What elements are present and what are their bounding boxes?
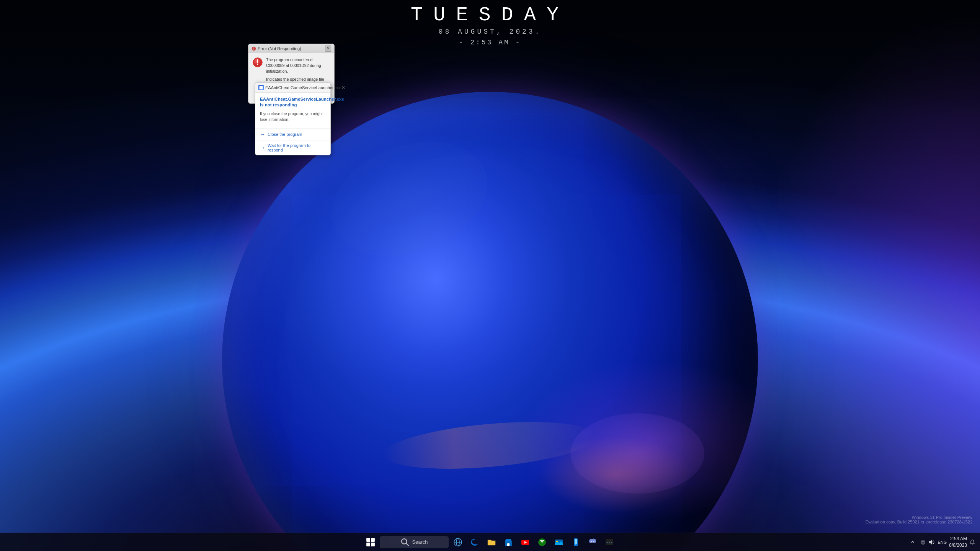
notification-icon <box>970 540 975 545</box>
taskbar-center: Search <box>363 535 617 550</box>
discord-icon <box>588 538 597 547</box>
svg-point-29 <box>575 544 576 545</box>
eval-watermark: Windows 11 Pro Insider Preview Evaluatio… <box>866 515 972 524</box>
close-program-label: Close the program <box>268 132 302 137</box>
svg-rect-9 <box>261 88 263 90</box>
error-dialog-title-left: ! Error (Not Responding) <box>252 46 301 51</box>
eval-line2: Evaluation copy. Build 25921.rs_prerelea… <box>866 520 972 524</box>
taskbar: Search <box>0 533 980 551</box>
photos-button[interactable] <box>551 535 567 550</box>
phone-icon <box>571 538 580 547</box>
svg-rect-13 <box>371 543 375 546</box>
folder-icon <box>487 538 496 547</box>
nr-close-button[interactable]: ✕ <box>341 84 345 91</box>
svg-text:!: ! <box>253 47 255 51</box>
glow-bottom <box>539 436 692 513</box>
wait-for-program-label: Wait for the program to respond <box>268 143 326 152</box>
clock-overlay: TUESDAY 08 AUGUST, 2023. - 2:53 AM - <box>0 0 980 46</box>
search-bar-text: Search <box>412 539 428 545</box>
error-dialog-close-button[interactable]: ✕ <box>325 46 331 52</box>
clock-widget[interactable]: 2:53 AM 8/8/2023 <box>949 536 967 549</box>
svg-line-15 <box>406 543 408 546</box>
taskbar-right: ENG 2:53 AM 8/8/2023 <box>908 536 975 549</box>
youtube-icon <box>521 538 530 547</box>
wait-for-program-action[interactable]: → Wait for the program to respond <box>255 140 330 155</box>
svg-text:</>: </> <box>606 541 613 544</box>
svg-rect-7 <box>261 86 263 88</box>
xbox-icon <box>537 538 547 547</box>
photos-icon <box>554 538 564 547</box>
svg-rect-10 <box>366 538 370 542</box>
network-tray-icon[interactable] <box>919 538 927 546</box>
discord-button[interactable] <box>585 535 600 550</box>
show-hidden-icons-button[interactable] <box>908 539 917 545</box>
search-icon <box>400 538 410 547</box>
svg-rect-20 <box>507 543 510 546</box>
nr-app-icon <box>258 85 264 90</box>
youtube-button[interactable] <box>518 535 533 550</box>
svg-rect-34 <box>922 541 924 543</box>
chevron-up-icon <box>911 540 915 544</box>
clock-date: 8/8/2023 <box>949 542 967 549</box>
svg-point-26 <box>556 541 558 542</box>
eng-label[interactable]: ENG <box>938 540 947 544</box>
system-tray <box>919 538 935 546</box>
svg-rect-12 <box>366 543 370 546</box>
dev-icon: </> <box>605 538 614 547</box>
date-label: 08 AUGUST, 2023. <box>0 28 980 36</box>
svg-rect-6 <box>260 86 261 88</box>
error-dialog-msg-line1: The program encountered C0000089 at 0000… <box>266 57 330 75</box>
error-dialog-title-text: Error (Not Responding) <box>258 46 301 51</box>
time-label: - 2:53 AM - <box>0 39 980 46</box>
store-icon <box>504 538 513 547</box>
error-circle-icon <box>252 57 263 68</box>
svg-point-31 <box>593 541 595 542</box>
nr-title-text: EAAntiCheat.GameServiceLauncher.exe <box>265 85 341 90</box>
svg-rect-11 <box>371 538 375 542</box>
wait-for-program-arrow-icon: → <box>260 145 265 151</box>
svg-point-30 <box>591 541 592 542</box>
svg-rect-8 <box>260 88 261 90</box>
nr-app-name: EAAntiCheat.GameServiceLauncher.exe is n… <box>260 96 326 108</box>
start-icon <box>366 538 375 547</box>
nr-title-left: EAAntiCheat.GameServiceLauncher.exe <box>258 85 341 90</box>
file-explorer-button[interactable] <box>484 535 499 550</box>
clock-time: 2:53 AM <box>949 536 967 542</box>
svg-point-5 <box>257 64 258 65</box>
nr-body: EAAntiCheat.GameServiceLauncher.exe is n… <box>255 93 330 124</box>
volume-tray-icon[interactable] <box>928 538 935 546</box>
browser-icon <box>453 538 462 547</box>
search-bar[interactable]: Search <box>380 536 449 548</box>
dev-tools-button[interactable]: </> <box>602 535 617 550</box>
nr-info-text: If you close the program, you might lose… <box>260 111 326 122</box>
close-program-action[interactable]: → Close the program <box>255 129 330 140</box>
error-dialog-titlebar: ! Error (Not Responding) ✕ <box>248 44 334 53</box>
day-label: TUESDAY <box>0 4 980 26</box>
notification-button[interactable] <box>969 539 975 545</box>
svg-rect-28 <box>575 539 577 544</box>
nr-actions: → Close the program → Wait for the progr… <box>255 128 330 155</box>
not-responding-dialog: EAAntiCheat.GameServiceLauncher.exe ✕ EA… <box>255 82 331 155</box>
browser-icon-button[interactable] <box>450 535 466 550</box>
edge-icon-button[interactable] <box>467 535 482 550</box>
xbox-button[interactable] <box>534 535 550 550</box>
phone-button[interactable] <box>568 535 583 550</box>
start-button[interactable] <box>363 535 378 550</box>
eval-line1: Windows 11 Pro Insider Preview <box>866 515 972 520</box>
error-dialog-app-icon: ! <box>252 46 256 51</box>
svg-marker-38 <box>929 540 932 544</box>
close-program-arrow-icon: → <box>260 131 265 137</box>
edge-icon <box>470 538 479 547</box>
store-icon-button[interactable] <box>501 535 516 550</box>
nr-titlebar: EAAntiCheat.GameServiceLauncher.exe ✕ <box>255 83 330 93</box>
